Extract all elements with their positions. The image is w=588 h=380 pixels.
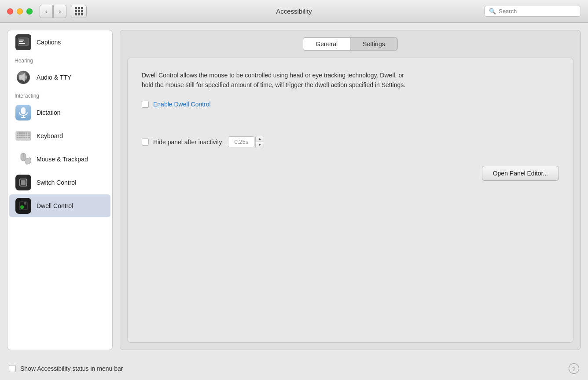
time-input: ▲ ▼ <box>228 136 264 148</box>
titlebar: ‹ › Accessibility 🔍 <box>0 0 588 23</box>
sidebar-section-hearing: Hearing <box>7 54 112 66</box>
main-content: Captions Hearing <box>0 23 588 357</box>
sidebar-item-mouse-trackpad-label: Mouse & Trackpad <box>37 156 88 163</box>
svg-rect-37 <box>24 202 26 205</box>
dwell-control-icon <box>15 198 31 214</box>
nav-buttons: ‹ › <box>40 5 66 18</box>
sidebar-item-switch-control-label: Switch Control <box>37 179 76 186</box>
sidebar-item-dwell-control-label: Dwell Control <box>37 202 73 209</box>
svg-rect-1 <box>19 40 24 40</box>
sidebar-item-mouse-trackpad[interactable]: Mouse & Trackpad <box>9 148 110 171</box>
svg-rect-22 <box>17 137 18 138</box>
stepper: ▲ ▼ <box>255 136 264 148</box>
maximize-button[interactable] <box>26 8 33 15</box>
svg-rect-3 <box>19 43 25 44</box>
sidebar: Captions Hearing <box>7 30 113 350</box>
forward-button[interactable]: › <box>53 5 66 18</box>
enable-dwell-label: Enable Dwell Control <box>153 101 211 108</box>
svg-rect-27 <box>28 137 30 138</box>
svg-rect-19 <box>23 135 25 136</box>
svg-rect-11 <box>19 132 21 134</box>
close-button[interactable] <box>7 8 13 15</box>
right-panel: General Settings Dwell Control allows th… <box>120 30 581 350</box>
sidebar-item-audio-tty-label: Audio & TTY <box>37 74 71 81</box>
open-panel-editor-button[interactable]: Open Panel Editor... <box>482 166 559 181</box>
svg-rect-25 <box>23 137 25 138</box>
grid-icon <box>75 7 83 15</box>
sidebar-item-audio-tty[interactable]: Audio & TTY <box>9 66 110 89</box>
sidebar-item-switch-control[interactable]: Switch Control <box>9 171 110 194</box>
svg-rect-20 <box>26 135 27 136</box>
sidebar-section-interacting: Interacting <box>7 89 112 101</box>
mouse-trackpad-icon <box>15 151 31 167</box>
traffic-lights <box>7 8 33 15</box>
svg-rect-17 <box>19 135 21 136</box>
hide-panel-checkbox[interactable] <box>142 139 149 146</box>
svg-rect-15 <box>28 132 30 134</box>
stepper-up-button[interactable]: ▲ <box>256 136 264 142</box>
show-status-label: Show Accessibility status in menu bar <box>20 365 123 372</box>
svg-point-36 <box>20 205 24 209</box>
show-status-row: Show Accessibility status in menu bar <box>9 365 123 372</box>
svg-rect-14 <box>26 132 27 134</box>
bottom-bar: Show Accessibility status in menu bar ? <box>0 357 588 380</box>
sidebar-item-dictation-label: Dictation <box>37 109 60 116</box>
svg-rect-13 <box>23 132 25 134</box>
svg-rect-33 <box>21 180 26 185</box>
sidebar-item-keyboard[interactable]: Keyboard <box>9 124 110 147</box>
sidebar-item-keyboard-label: Keyboard <box>37 132 63 139</box>
switch-control-icon <box>15 175 31 190</box>
svg-rect-16 <box>17 135 18 136</box>
sidebar-item-captions-label: Captions <box>37 39 61 46</box>
keyboard-icon <box>15 128 31 144</box>
tab-general[interactable]: General <box>303 38 350 50</box>
captions-icon <box>15 34 31 50</box>
svg-rect-21 <box>28 135 30 136</box>
grid-view-button[interactable] <box>71 5 87 18</box>
minimize-button[interactable] <box>17 8 23 15</box>
svg-rect-12 <box>21 132 23 134</box>
tab-bar: General Settings <box>127 37 573 51</box>
svg-rect-23 <box>19 137 21 138</box>
window-title: Accessibility <box>276 7 312 15</box>
svg-rect-26 <box>26 137 27 138</box>
description-text: Dwell Control allows the mouse to be con… <box>142 70 406 90</box>
enable-dwell-checkbox[interactable] <box>142 101 149 108</box>
search-input[interactable] <box>499 8 576 15</box>
svg-rect-6 <box>21 107 26 114</box>
search-box[interactable]: 🔍 <box>484 6 581 17</box>
back-button[interactable]: ‹ <box>40 5 53 18</box>
content-area: Dwell Control allows the mouse to be con… <box>127 58 573 343</box>
stepper-down-button[interactable]: ▼ <box>256 142 264 148</box>
svg-rect-18 <box>21 135 23 136</box>
svg-rect-2 <box>19 41 23 42</box>
dictation-icon <box>15 105 31 121</box>
enable-dwell-row: Enable Dwell Control <box>142 101 559 108</box>
svg-rect-24 <box>21 137 23 138</box>
search-icon: 🔍 <box>489 8 496 15</box>
svg-rect-10 <box>17 132 18 134</box>
hide-panel-label: Hide panel after inactivity: <box>153 139 224 146</box>
sidebar-item-captions[interactable]: Captions <box>9 31 110 54</box>
sidebar-item-dwell-control[interactable]: Dwell Control <box>9 194 110 217</box>
tab-segment: General Settings <box>303 37 397 51</box>
hide-panel-row: Hide panel after inactivity: ▲ ▼ <box>142 136 559 148</box>
sidebar-item-dictation[interactable]: Dictation <box>9 101 110 124</box>
tab-settings[interactable]: Settings <box>350 38 397 50</box>
show-status-checkbox[interactable] <box>9 365 16 372</box>
time-field[interactable] <box>228 136 254 147</box>
audio-tty-icon <box>15 69 31 85</box>
help-button[interactable]: ? <box>569 363 579 374</box>
